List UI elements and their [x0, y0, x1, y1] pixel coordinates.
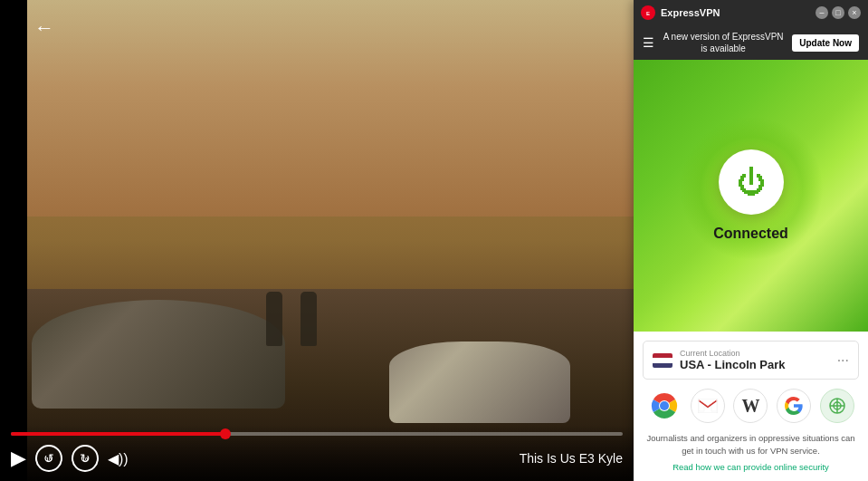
forward-button[interactable]: ↻ 10: [72, 445, 99, 472]
figure-2: [300, 292, 317, 346]
play-button[interactable]: ▶: [11, 447, 26, 470]
vpn-info-text: Journalists and organizers in oppressive…: [643, 432, 859, 457]
controls-row: ▶ ↺ 10 ↻ 10 ◀)) This Is Us E3 Kyle: [11, 445, 623, 472]
chrome-icon: [647, 389, 682, 423]
wikipedia-shortcut[interactable]: W: [733, 389, 768, 423]
update-message: A new version of ExpressVPN is available: [662, 31, 785, 54]
location-info: Current Location USA - Lincoln Park: [680, 349, 837, 371]
car-right: [389, 342, 570, 423]
location-selector[interactable]: Current Location USA - Lincoln Park ···: [643, 341, 859, 380]
video-background: [0, 0, 634, 481]
figure-1: [266, 292, 282, 346]
svg-text:E: E: [646, 11, 650, 16]
generic-shortcut[interactable]: [820, 389, 854, 423]
usa-flag-icon: [653, 353, 672, 368]
vpn-panel: E ExpressVPN – □ × ☰ A new version of Ex…: [634, 0, 868, 481]
update-now-button[interactable]: Update Now: [792, 34, 859, 52]
connected-status: Connected: [713, 226, 788, 242]
google-shortcut[interactable]: [777, 389, 811, 423]
power-icon: ⏻: [737, 168, 766, 197]
connected-area: ⏻ Connected: [634, 60, 868, 332]
update-banner: ☰ A new version of ExpressVPN is availab…: [634, 25, 868, 60]
vpn-bottom-section: Current Location USA - Lincoln Park ···: [634, 332, 868, 481]
vpn-titlebar: E ExpressVPN – □ ×: [634, 0, 868, 25]
window-controls: – □ ×: [816, 6, 861, 19]
sky: [0, 0, 634, 216]
vpn-title: ExpressVPN: [661, 7, 810, 18]
vpn-security-link[interactable]: Read how we can provide online security: [643, 462, 859, 472]
volume-button[interactable]: ◀)): [108, 450, 129, 467]
figures: [266, 292, 317, 346]
minimize-button[interactable]: –: [816, 6, 828, 19]
rewind-button[interactable]: ↺ 10: [35, 445, 62, 472]
app-shortcuts-row: W: [643, 389, 859, 423]
side-bar-left: [0, 0, 27, 481]
video-player: ← ▶ ↺ 10 ↻ 10 ◀)) This Is Us E3 Kyle: [0, 0, 634, 481]
gmail-icon: [698, 399, 718, 413]
svg-point-4: [660, 401, 669, 410]
maximize-button[interactable]: □: [832, 6, 844, 19]
back-button[interactable]: ←: [34, 16, 54, 40]
location-name: USA - Lincoln Park: [680, 358, 837, 371]
location-menu-icon[interactable]: ···: [837, 352, 849, 369]
expressvpn-logo: E: [641, 5, 655, 20]
hamburger-icon[interactable]: ☰: [643, 35, 654, 50]
car-left: [32, 300, 285, 409]
wikipedia-icon: W: [741, 396, 759, 417]
google-icon: [784, 396, 804, 416]
controls-bar: ▶ ↺ 10 ↻ 10 ◀)) This Is Us E3 Kyle: [0, 425, 634, 481]
progress-dot: [220, 428, 231, 439]
progress-bar[interactable]: [11, 432, 623, 436]
video-title: This Is Us E3 Kyle: [520, 451, 623, 466]
chrome-shortcut[interactable]: [647, 389, 682, 423]
close-button[interactable]: ×: [848, 6, 861, 19]
gmail-shortcut[interactable]: [691, 389, 725, 423]
location-label: Current Location: [680, 349, 837, 358]
power-button[interactable]: ⏻: [719, 149, 784, 215]
generic-icon: [828, 397, 846, 415]
progress-fill: [11, 432, 225, 436]
